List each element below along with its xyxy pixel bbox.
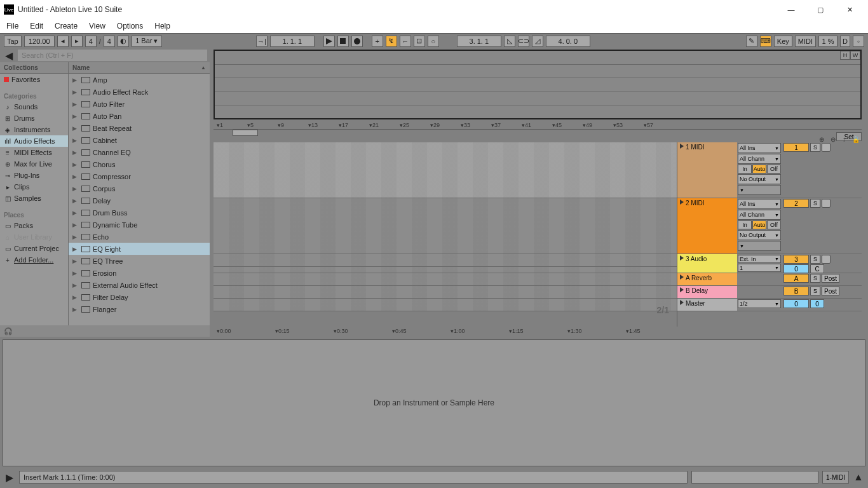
return-a-header[interactable]: A Reverb ASPost [677,273,862,286]
punch-in-button[interactable]: ◺ [504,36,515,47]
browser-back-button[interactable]: ◀ [3,50,15,61]
cue-out[interactable]: 1/2 [738,299,781,308]
activator[interactable]: 1 [783,143,809,152]
activator[interactable]: 3 [783,255,809,264]
close-button[interactable]: ✕ [835,0,864,19]
device-item[interactable]: ▶Audio Effect Rack [69,86,210,98]
maximize-button[interactable]: ▢ [806,0,835,19]
solo[interactable]: S [810,274,820,283]
overview-h-button[interactable]: H [840,51,850,60]
device-item[interactable]: ▶Drum Buss [69,207,210,219]
fold-icon[interactable] [680,255,684,261]
play-button[interactable] [323,36,335,47]
monitor-in[interactable]: In [738,165,752,173]
device-item[interactable]: ▶Corpus [69,182,210,194]
stop-button[interactable] [337,36,349,47]
track-name[interactable]: B Delay [686,287,708,294]
device-item[interactable]: ▶Flanger [69,303,210,315]
device-item[interactable]: ▶Auto Filter [69,98,210,110]
follow-button[interactable]: →| [256,36,268,47]
overdub-button[interactable]: + [372,36,383,47]
place-current-project[interactable]: ▭Current Projec [0,243,68,254]
device-item[interactable]: ▶EQ Eight [69,243,210,255]
name-column-header[interactable]: Name▲ [69,62,210,74]
punch-out-button[interactable]: ◿ [532,36,543,47]
play-icon[interactable] [680,300,684,305]
device-item[interactable]: ▶Compressor [69,170,210,182]
device-item[interactable]: ▶Auto Pan [69,110,210,122]
nudge-up-button[interactable]: ▸ [71,36,83,47]
cat-drums[interactable]: ⊞Drums [0,112,68,124]
fold-icon[interactable]: ↕ [843,136,846,143]
tempo-field[interactable]: 120.00 [24,36,55,47]
reenable-automation-button[interactable]: ← [400,36,411,47]
track-2-header[interactable]: 2 MIDI All Ins All Chann InAutoOff No Ou… [677,198,862,254]
device-item[interactable]: ▶Chorus [69,158,210,170]
device-item[interactable]: ▶External Audio Effect [69,279,210,291]
sig-num[interactable]: 4 [85,36,97,47]
favorites-item[interactable]: Favorites [0,74,68,85]
search-input[interactable] [18,50,207,61]
fold-icon[interactable] [680,200,684,205]
solo[interactable]: S [810,287,820,295]
midi-map-button[interactable]: MIDI [795,36,816,47]
menu-help[interactable]: Help [154,22,170,30]
place-add-folder[interactable]: +Add Folder... [0,254,68,266]
device-item[interactable]: ▶Beat Repeat [69,122,210,134]
input-type[interactable]: All Ins [738,143,781,153]
loop-length[interactable]: 4. 0. 0 [546,36,590,47]
post[interactable]: Post [822,287,839,295]
device-item[interactable]: ▶Amp [69,74,210,86]
device-item[interactable]: ▶Delay [69,194,210,207]
device-item[interactable]: ▶Channel EQ [69,146,210,158]
minimize-button[interactable]: — [776,0,806,19]
place-user-library[interactable]: ⌂User Library [0,231,68,243]
solo[interactable]: S [810,255,820,264]
overview[interactable] [214,50,862,119]
track-name[interactable]: 3 Audio [686,255,707,262]
track-name[interactable]: Master [686,300,705,307]
return-b-header[interactable]: B Delay BSPost [677,286,862,299]
detail-toggle-button[interactable]: ▲ [853,471,864,483]
automation-arm-button[interactable]: ↯ [386,36,397,47]
menu-options[interactable]: Options [117,22,143,30]
activator[interactable]: 2 [783,199,809,208]
device-item[interactable]: ▶Echo [69,231,210,243]
arm[interactable] [822,143,831,152]
volume[interactable]: 0 [783,299,809,308]
device-item[interactable]: ▶Erosion [69,267,210,279]
track-1-header[interactable]: 1 MIDI All Ins All Chann InAutoOff No Ou… [677,142,862,198]
menu-file[interactable]: File [6,22,18,30]
device-item[interactable]: ▶Cabinet [69,134,210,146]
sig-den[interactable]: 4 [104,36,115,47]
menu-edit[interactable]: Edit [30,22,43,30]
cat-sounds[interactable]: ♪Sounds [0,101,68,112]
monitor-off[interactable]: Off [767,165,781,173]
track-name[interactable]: 1 MIDI [686,144,704,151]
cat-plug-ins[interactable]: ⊸Plug-Ins [0,170,68,181]
master-header[interactable]: Master 1/2 00 [677,299,862,311]
input-type[interactable]: Ext. In [738,255,781,263]
punch-position[interactable]: 3. 1. 1 [457,36,501,47]
track-3-header[interactable]: 3 Audio Ext. In 1 3S 0C [677,254,862,273]
play-icon[interactable] [680,274,684,280]
cat-instruments[interactable]: ◈Instruments [0,124,68,135]
monitor-off[interactable]: Off [767,220,781,229]
post[interactable]: Post [822,274,839,283]
cat-audio-effects[interactable]: ılılAudio Effects [0,135,68,147]
session-record-button[interactable]: ○ [428,36,439,47]
arrange-position[interactable]: 1. 1. 1 [270,36,315,47]
lock-icon[interactable]: 🔒 [852,136,860,143]
detail-view[interactable]: Drop an Instrument or Sample Here [3,339,865,466]
record-button[interactable] [351,36,363,47]
track-name[interactable]: A Reverb [686,274,712,281]
remove-icon[interactable]: ⊖ [831,136,836,143]
arm[interactable] [822,199,831,208]
volume[interactable]: 0 [783,264,809,273]
output-type[interactable]: No Output [738,174,781,184]
cat-samples[interactable]: ◫Samples [0,193,68,204]
input-channel[interactable]: All Chann [738,154,781,164]
output-type[interactable]: No Output [738,230,781,240]
solo[interactable]: S [810,143,820,152]
menu-view[interactable]: View [89,22,105,30]
